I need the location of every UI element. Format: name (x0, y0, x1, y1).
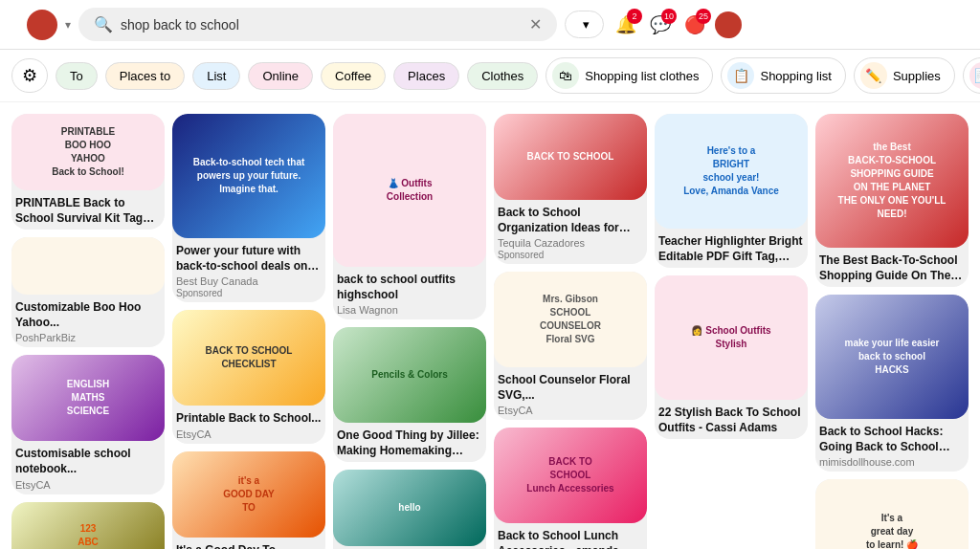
search-clear-button[interactable]: ✕ (529, 15, 542, 33)
pin-title: PRINTABLE Back to School Survival Kit Ta… (15, 196, 161, 226)
pin-source: EtsyCA (15, 479, 161, 491)
search-bar: 🔍 ✕ (78, 8, 557, 41)
notification-button[interactable]: 🔴 25 (680, 11, 709, 39)
all-pins-button[interactable]: ▾ (565, 11, 604, 38)
filter-plain-button[interactable]: ⚙ (11, 58, 48, 93)
search-icon: 🔍 (94, 15, 113, 33)
pin-source: PoshParkBiz (15, 332, 161, 343)
filter-btn-places[interactable]: Places (393, 62, 459, 90)
pin-card[interactable]: Customizable Boo Hoo Yahoo...PoshParkBiz (11, 237, 165, 347)
pin-title: Customisable school notebook... (15, 447, 161, 476)
avatar (27, 10, 57, 40)
bell-button[interactable]: 🔔 2 (612, 11, 640, 39)
pins-grid: PRINTABLE BOO HOO YAHOO Back to School!P… (0, 102, 980, 549)
chat-badge: 10 (661, 9, 677, 24)
filter-bar: ⚙ToPlaces toListOnlineCoffeePlacesClothe… (0, 50, 980, 102)
filter-btn-shopping-list-clothe[interactable]: 🛍Shopping list clothes (546, 57, 713, 94)
header-icons: 🔔 2 💬 10 🔴 25 (612, 11, 742, 39)
pin-card[interactable]: PRINTABLE BOO HOO YAHOO Back to School!P… (11, 114, 165, 230)
filter-btn-online[interactable]: Online (248, 62, 313, 90)
bell-badge: 2 (627, 9, 642, 24)
chevron-down-icon: ▾ (583, 17, 590, 32)
pin-title: Customizable Boo Hoo Yahoo... (15, 300, 161, 330)
filter-btn-places-to[interactable]: Places to (105, 62, 185, 90)
pin-title: Teacher Highlighter Bright Editable PDF … (658, 471, 804, 500)
notification-badge: 25 (696, 9, 711, 24)
pin-card[interactable]: ENGLISH MATHS SCIENCECustomisable school… (11, 355, 165, 494)
filter-btn-list[interactable]: List (192, 62, 240, 90)
filter-btn-clothes[interactable]: Clothes (467, 62, 538, 90)
filter-btn-shopping-list[interactable]: 📋Shopping list (721, 57, 845, 94)
chat-button[interactable]: 💬 10 (646, 11, 675, 39)
app-header: ▾ 🔍 ✕ ▾ 🔔 2 💬 10 🔴 25 (0, 0, 980, 50)
filter-btn-coffee[interactable]: Coffee (321, 62, 386, 90)
filter-btn-shopping-list-for-7t[interactable]: 📝Shopping list for 7th grade (963, 57, 980, 94)
filter-btn-to[interactable]: To (56, 62, 98, 90)
chevron-down-icon: ▾ (65, 18, 71, 32)
search-input[interactable] (121, 17, 522, 33)
filter-btn-supplies[interactable]: ✏️Supplies (854, 57, 955, 94)
user-profile[interactable]: ▾ (27, 10, 71, 40)
account-avatar[interactable] (715, 11, 742, 38)
pin-card[interactable]: Back-to-school tech that powers up your … (172, 146, 325, 335)
